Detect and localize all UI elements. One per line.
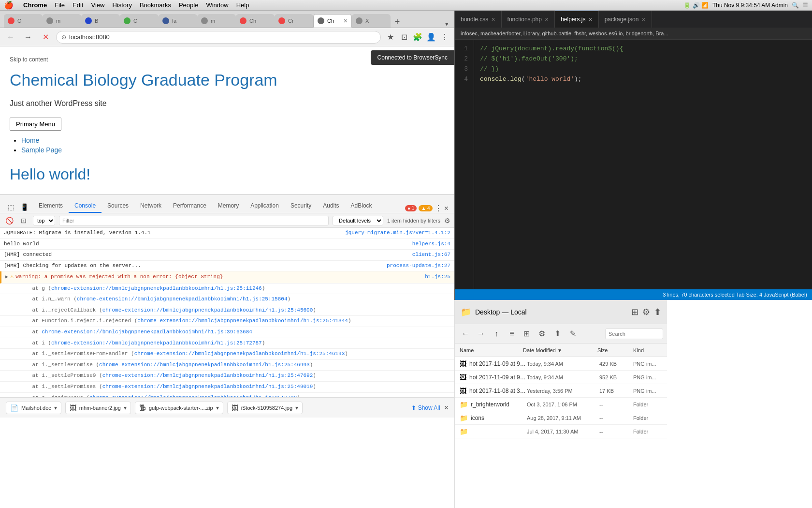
search-icon[interactable]: 🔍 [792, 2, 799, 9]
col-kind-header[interactable]: Kind [633, 347, 662, 353]
tab-console[interactable]: Console [69, 199, 102, 213]
cast-icon[interactable]: ⊡ [398, 31, 410, 43]
menu-chrome[interactable]: Chrome [23, 1, 47, 9]
profile-icon[interactable]: 👤 [425, 31, 437, 43]
extensions-icon[interactable]: 🧩 [412, 31, 423, 43]
tab-network[interactable]: Network [134, 199, 167, 213]
file-row-4[interactable]: 📁 r_brighterworld Oct 3, 2017, 1:06 PM -… [455, 398, 667, 411]
action-file-icon[interactable]: ✎ [566, 327, 580, 341]
share-icon[interactable]: ⬆ [654, 307, 661, 317]
show-all-button[interactable]: ⬆ Show All [411, 404, 440, 411]
view-icon[interactable]: ⊞ [631, 307, 638, 317]
grid-view-icon[interactable]: ⊞ [520, 327, 533, 341]
menu-view[interactable]: View [91, 1, 104, 9]
levels-select[interactable]: Default levels [333, 216, 383, 225]
expand-arrow-icon[interactable]: ▶ [5, 273, 8, 281]
browser-tab-3[interactable]: B [81, 14, 120, 28]
address-bar[interactable]: ⊙ localhost:8080 [56, 31, 381, 44]
menu-bookmarks[interactable]: Bookmarks [140, 1, 171, 9]
tab-adblock[interactable]: AdBlock [345, 199, 378, 213]
menu-window[interactable]: Window [206, 1, 228, 9]
file-row-2[interactable]: 🖼 hot 2017-11-09 at 9.34.19 AM Today, 9:… [455, 371, 667, 384]
forward-icon[interactable]: → [474, 327, 488, 341]
menu-history[interactable]: History [112, 1, 131, 9]
action-icon[interactable]: ⚙ [642, 307, 650, 317]
file-row-6[interactable]: 📁 Jul 4, 2017, 11:30 AM -- Folder [455, 425, 667, 438]
browser-tab-5[interactable]: fa [159, 14, 197, 28]
browser-tab-8[interactable]: Cr [275, 14, 313, 28]
up-icon[interactable]: ↑ [490, 327, 503, 341]
code-area[interactable]: // jQuery(document).ready(function$(){ /… [474, 40, 812, 289]
arrange-icon[interactable]: ⚙ [535, 327, 549, 341]
bookmark-icon[interactable]: ★ [385, 31, 396, 43]
tab-security[interactable]: Security [285, 199, 317, 213]
close-icon[interactable]: × [589, 15, 593, 23]
menu-icon[interactable]: ⋮ [439, 31, 450, 43]
browser-tab-1[interactable]: O [4, 14, 43, 28]
download-item-3[interactable]: 🗜 gulp-webpack-starter-....zip ▾ [135, 402, 223, 414]
editor-tab-package-json[interactable]: package.json × [599, 11, 652, 28]
settings-icon[interactable]: ⚙ [444, 217, 450, 224]
tab-audits[interactable]: Audits [317, 199, 345, 213]
col-size-header[interactable]: Size [597, 347, 631, 353]
menu-help[interactable]: Help [236, 1, 249, 9]
col-name-header[interactable]: Name [460, 347, 521, 353]
close-icon[interactable]: × [491, 15, 495, 23]
console-output[interactable]: JQMIGRATE: Migrate is installed, version… [0, 228, 454, 397]
close-downloads-icon[interactable]: × [444, 403, 449, 412]
clear-console-button[interactable]: 🚫 [4, 215, 14, 226]
browser-tab-4[interactable]: C [120, 14, 159, 28]
inspect-icon[interactable]: ⬚ [5, 201, 16, 213]
editor-tab-functions-php[interactable]: functions.php × [502, 11, 555, 28]
context-select[interactable]: top [33, 216, 55, 225]
menu-edit[interactable]: Edit [72, 1, 83, 9]
code-editor[interactable]: 1 2 3 4 // jQuery(document).ready(functi… [455, 40, 812, 289]
close-icon[interactable]: × [344, 17, 348, 25]
console-toggle-icon[interactable]: ⊡ [18, 215, 29, 226]
filter-input[interactable] [59, 216, 329, 225]
tab-memory[interactable]: Memory [212, 199, 245, 213]
close-icon[interactable]: × [641, 15, 645, 23]
file-row-3[interactable]: 🖼 hot 2017-11-08 at 3.56.09 PM Yesterday… [455, 384, 667, 398]
reload-button[interactable]: ✕ [39, 30, 52, 44]
tab-strip-left[interactable]: ▾ [445, 20, 449, 28]
download-item-1[interactable]: 📄 Mailshot.doc ▾ [6, 402, 61, 414]
editor-tab-bundle-css[interactable]: bundle.css × [455, 11, 502, 28]
download-chevron-icon[interactable]: ▾ [124, 404, 127, 411]
nav-home[interactable]: Home [21, 136, 39, 144]
download-chevron-icon[interactable]: ▾ [54, 404, 57, 411]
browser-tab-2[interactable]: m [43, 14, 81, 28]
share-file-icon[interactable]: ⬆ [551, 327, 564, 341]
col-modified-header[interactable]: Date Modified ▼ [523, 347, 595, 353]
forward-button[interactable]: → [21, 30, 35, 44]
file-row-5[interactable]: 📁 icons Aug 28, 2017, 9:11 AM -- Folder [455, 411, 667, 425]
device-icon[interactable]: 📱 [18, 201, 30, 213]
close-icon[interactable]: × [545, 15, 549, 23]
download-item-4[interactable]: 🖼 iStock-510958274.jpg ▾ [227, 402, 303, 414]
nav-sample-page[interactable]: Sample Page [21, 146, 62, 154]
devtools-more-icon[interactable]: ⋮ [435, 204, 442, 213]
browser-tab-active[interactable]: Ch × [313, 14, 352, 28]
tab-performance[interactable]: Performance [167, 199, 212, 213]
primary-menu-button[interactable]: Primary Menu [10, 118, 61, 131]
back-button[interactable]: ← [4, 30, 17, 44]
file-row-1[interactable]: 🖼 hot 2017-11-09 at 9.34.19 AM (2) Today… [455, 357, 667, 371]
back-icon[interactable]: ← [459, 327, 472, 341]
menu-file[interactable]: File [55, 1, 65, 9]
menu-people[interactable]: People [179, 1, 198, 9]
download-chevron-icon[interactable]: ▾ [216, 404, 219, 411]
file-search-input[interactable] [605, 329, 663, 339]
browser-tab-6[interactable]: m [197, 14, 236, 28]
browser-tab-x[interactable]: X [352, 14, 391, 28]
download-item-2[interactable]: 🖼 mhm-banner2.jpg ▾ [65, 402, 131, 414]
tab-elements[interactable]: Elements [33, 199, 69, 213]
tab-sources[interactable]: Sources [102, 199, 134, 213]
apple-menu[interactable]: 🍎 [4, 0, 14, 10]
new-tab-button[interactable]: + [391, 16, 404, 28]
browser-tab-7[interactable]: Ch [236, 14, 275, 28]
tab-application[interactable]: Application [245, 199, 285, 213]
devtools-close-icon[interactable]: × [444, 204, 449, 213]
download-chevron-icon[interactable]: ▾ [295, 404, 298, 411]
control-icon[interactable]: ☰ [803, 2, 808, 9]
list-view-icon[interactable]: ≡ [505, 327, 519, 341]
